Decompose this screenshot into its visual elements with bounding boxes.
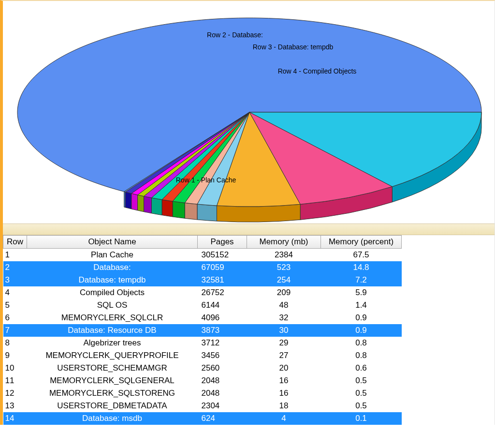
table-row[interactable]: 14Database: msdb62440.1 [3,412,402,425]
pie-chart: Row 1 - Plan CacheRow 2 - Database:Row 3… [3,1,492,224]
report-frame: Row 1 - Plan CacheRow 2 - Database:Row 3… [0,0,495,425]
cell-name: USERSTORE_DBMETADATA [27,400,198,412]
pie-slice-label: Row 3 - Database: tempdb [253,43,334,51]
cell-row: 14 [3,412,27,425]
cell-mb: 254 [247,274,321,286]
cell-name: MEMORYCLERK_SQLSTORENG [27,387,198,400]
cell-row: 6 [3,312,27,324]
cell-row: 10 [3,362,27,374]
cell-name: MEMORYCLERK_SQLCLR [27,312,198,324]
cell-row: 4 [3,286,27,299]
cell-mb: 18 [247,400,321,412]
cell-pct: 0.5 [321,400,402,412]
cell-mb: 30 [247,324,321,337]
table-row[interactable]: 2Database:6705952314.8 [3,261,402,274]
cell-pct: 0.9 [321,324,402,337]
cell-pct: 7.2 [321,274,402,286]
cell-row: 1 [3,249,27,262]
cell-name: Database: msdb [27,412,198,425]
cell-name: Database: [27,261,198,274]
cell-pages: 2048 [198,374,247,387]
cell-name: SQL OS [27,299,198,312]
col-header-pct[interactable]: Memory (percent) [321,236,402,249]
cell-name: MEMORYCLERK_QUERYPROFILE [27,349,198,362]
cell-row: 8 [3,337,27,349]
cell-pages: 32581 [198,274,247,286]
table-row[interactable]: 13USERSTORE_DBMETADATA2304180.5 [3,400,402,412]
col-header-pages[interactable]: Pages [198,236,247,249]
cell-pages: 624 [198,412,247,425]
cell-pages: 2560 [198,362,247,374]
cell-name: Database: tempdb [27,274,198,286]
cell-row: 13 [3,400,27,412]
cell-pages: 4096 [198,312,247,324]
cell-mb: 523 [247,261,321,274]
cell-pct: 67.5 [321,249,402,262]
cell-pages: 3456 [198,349,247,362]
cell-mb: 209 [247,286,321,299]
table-row[interactable]: 4Compiled Objects267522095.9 [3,286,402,299]
pie-slice-label: Row 1 - Plan Cache [176,176,236,184]
cell-row: 7 [3,324,27,337]
cell-mb: 4 [247,412,321,425]
cell-mb: 16 [247,374,321,387]
cell-mb: 16 [247,387,321,400]
table-row[interactable]: 12MEMORYCLERK_SQLSTORENG2048160.5 [3,387,402,400]
cell-pages: 2048 [198,387,247,400]
table-row[interactable]: 3Database: tempdb325812547.2 [3,274,402,286]
cell-pages: 67059 [198,261,247,274]
grid-header-row[interactable]: Row Object Name Pages Memory (mb) Memory… [3,236,402,249]
cell-row: 5 [3,299,27,312]
table-row[interactable]: 5SQL OS6144481.4 [3,299,402,312]
table-row[interactable]: 7Database: Resource DB3873300.9 [3,324,402,337]
cell-mb: 32 [247,312,321,324]
cell-pct: 5.9 [321,286,402,299]
col-header-row[interactable]: Row [3,236,27,249]
pie-slice-label: Row 4 - Compiled Objects [278,67,357,75]
col-header-mb[interactable]: Memory (mb) [247,236,321,249]
cell-mb: 27 [247,349,321,362]
cell-pages: 6144 [198,299,247,312]
cell-row: 9 [3,349,27,362]
cell-pct: 0.6 [321,362,402,374]
table-row[interactable]: 10USERSTORE_SCHEMAMGR2560200.6 [3,362,402,374]
cell-pages: 3873 [198,324,247,337]
tan-divider-strip [3,224,495,235]
table-row[interactable]: 6MEMORYCLERK_SQLCLR4096320.9 [3,312,402,324]
table-row[interactable]: 11MEMORYCLERK_SQLGENERAL2048160.5 [3,374,402,387]
cell-pct: 0.5 [321,374,402,387]
cell-pct: 0.5 [321,387,402,400]
table-row[interactable]: 1Plan Cache305152238467.5 [3,249,402,262]
cell-mb: 48 [247,299,321,312]
cell-name: Compiled Objects [27,286,198,299]
cell-pages: 305152 [198,249,247,262]
cell-pages: 3712 [198,337,247,349]
cell-pages: 26752 [198,286,247,299]
cell-name: Algebrizer trees [27,337,198,349]
cell-name: Database: Resource DB [27,324,198,337]
pie-slice-label: Row 2 - Database: [207,31,263,39]
cell-row: 2 [3,261,27,274]
cell-pct: 0.8 [321,349,402,362]
cell-row: 12 [3,387,27,400]
cell-pct: 0.9 [321,312,402,324]
cell-name: MEMORYCLERK_SQLGENERAL [27,374,198,387]
cell-mb: 29 [247,337,321,349]
cell-mb: 2384 [247,249,321,262]
col-header-name[interactable]: Object Name [27,236,198,249]
cell-mb: 20 [247,362,321,374]
table-row[interactable]: 9MEMORYCLERK_QUERYPROFILE3456270.8 [3,349,402,362]
cell-name: Plan Cache [27,249,198,262]
data-grid[interactable]: Row Object Name Pages Memory (mb) Memory… [3,235,492,425]
cell-pages: 2304 [198,400,247,412]
cell-pct: 14.8 [321,261,402,274]
cell-pct: 0.1 [321,412,402,425]
cell-pct: 1.4 [321,299,402,312]
cell-row: 11 [3,374,27,387]
cell-row: 3 [3,274,27,286]
cell-name: USERSTORE_SCHEMAMGR [27,362,198,374]
cell-pct: 0.8 [321,337,402,349]
table-row[interactable]: 8Algebrizer trees3712290.8 [3,337,402,349]
